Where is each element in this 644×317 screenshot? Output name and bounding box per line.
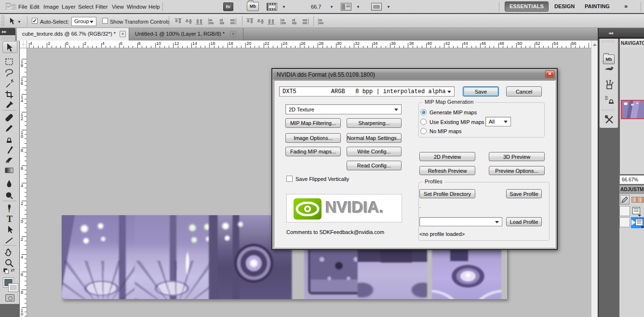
zoom-tool[interactable]	[4, 258, 16, 268]
type-tool[interactable]: T	[4, 214, 16, 224]
image-options-button[interactable]: Image Options...	[285, 133, 341, 143]
menu-select[interactable]: Select	[78, 4, 94, 10]
navigator-panel-header[interactable]: NAVIGATOR	[620, 39, 644, 48]
bridge-button[interactable]: Br	[223, 2, 233, 11]
menu-window[interactable]: Window	[127, 4, 147, 10]
spot-healing-brush-tool[interactable]	[4, 112, 16, 123]
zoom-level[interactable]: 66.7	[311, 4, 321, 10]
align-top-edges-icon[interactable]	[174, 18, 182, 25]
profile-dropdown[interactable]	[419, 217, 502, 226]
menu-layer[interactable]: Layer	[62, 4, 76, 10]
quick-mask-button[interactable]	[5, 294, 14, 302]
mini-bridge-button[interactable]: Mb	[247, 2, 259, 11]
dock-collapse-button[interactable]: ◀◀	[599, 28, 644, 39]
adjustments-box-1[interactable]	[619, 206, 630, 216]
tools-panel-collapse[interactable]: ▶▶	[0, 28, 15, 35]
ruler-origin-corner[interactable]	[20, 41, 27, 48]
mip-all-dropdown[interactable]: All	[485, 117, 511, 126]
workspace-essentials[interactable]: ESSENTIALS	[505, 1, 549, 12]
eyedropper-tool[interactable]	[4, 100, 16, 110]
auto-select-checkbox[interactable]: ✓	[32, 18, 38, 24]
path-selection-tool[interactable]	[4, 224, 16, 234]
view-extras-icon[interactable]	[267, 3, 277, 11]
radio-no-mip[interactable]	[420, 128, 427, 134]
auto-select-dropdown[interactable]: Group	[71, 17, 96, 26]
preferences-wrench-icon[interactable]	[604, 114, 615, 127]
brush-presets-icon[interactable]	[604, 65, 615, 77]
tab-cube-texture[interactable]: cube_texture.dds @ 66.7% (RGB/32*) *✕	[17, 28, 129, 41]
radio-use-existing-mip[interactable]	[420, 119, 427, 125]
mip-map-filtering-button[interactable]: MIP Map Filtering...	[285, 118, 341, 128]
hand-tool[interactable]	[4, 247, 16, 257]
workspace-design[interactable]: DESIGN	[554, 3, 575, 9]
dialog-close-button[interactable]: ✕	[545, 70, 554, 78]
distribute-vertical-centers-icon[interactable]	[257, 18, 265, 25]
brush-tool[interactable]	[4, 123, 16, 133]
menu-image[interactable]: Image	[43, 4, 59, 10]
dialog-title-bar[interactable]: NVIDIA dds Format (v8.55.0109.1800)	[273, 69, 556, 80]
gradient-tool[interactable]	[4, 165, 16, 175]
navigator-zoom-field[interactable]: 66.67%	[619, 175, 644, 184]
radio-generate-mip[interactable]	[420, 109, 427, 115]
clone-stamp-tool[interactable]	[4, 134, 16, 144]
clone-source-icon[interactable]	[604, 95, 615, 106]
options-grip[interactable]	[1, 15, 4, 26]
pen-tool[interactable]	[4, 203, 16, 213]
menu-file[interactable]: File	[18, 4, 27, 10]
eraser-tool[interactable]	[4, 154, 16, 165]
layers-doc-icon-2[interactable]	[635, 219, 643, 226]
set-profile-directory-button[interactable]: Set Profile Directory	[419, 189, 475, 198]
lasso-tool[interactable]	[4, 68, 16, 78]
refresh-preview-button[interactable]: Refresh Preview	[419, 166, 475, 175]
tool-presets-icon[interactable]	[604, 80, 615, 92]
workspace-painting[interactable]: PAINTING	[585, 3, 610, 9]
default-colors-icon[interactable]	[3, 268, 8, 273]
adjustments-panel-header[interactable]: ADJUSTMENTS	[619, 185, 644, 194]
scroll-up-arrow[interactable]	[593, 43, 597, 46]
menu-view[interactable]: View	[112, 4, 124, 10]
texture-type-dropdown[interactable]: 2D Texture	[285, 104, 402, 114]
dodge-tool[interactable]	[4, 190, 16, 200]
vertical-ruler[interactable]: 1 81 61 41 21 08642024681 0	[20, 48, 27, 317]
save-button[interactable]: Save	[463, 86, 499, 96]
write-config-button[interactable]: Write Config...	[347, 147, 402, 156]
distribute-left-edges-icon[interactable]	[281, 18, 288, 25]
crop-tool[interactable]	[4, 89, 16, 99]
sharpening-button[interactable]: Sharpening...	[347, 118, 402, 128]
distribute-top-edges-icon[interactable]	[246, 18, 254, 25]
auto-align-layers-icon[interactable]	[318, 18, 326, 25]
tab1-close-icon[interactable]: ✕	[120, 31, 126, 37]
screen-mode-icon[interactable]	[371, 3, 382, 11]
load-profile-button[interactable]: Load Profile	[506, 217, 542, 226]
fading-mip-maps-button[interactable]: Fading MIP maps...	[285, 147, 341, 156]
align-right-edges-icon[interactable]	[229, 18, 237, 25]
menu-help[interactable]: Help	[148, 4, 160, 10]
preview-options-button[interactable]: Preview Options...	[489, 166, 545, 175]
magic-wand-tool[interactable]	[4, 79, 16, 89]
adjustments-box-2[interactable]	[619, 217, 630, 227]
vertical-scrollbar[interactable]	[591, 41, 598, 317]
tools-panel-grip[interactable]	[0, 35, 15, 41]
distribute-horizontal-centers-icon[interactable]	[291, 18, 299, 25]
arrange-documents-icon[interactable]	[341, 3, 351, 11]
background-color-swatch[interactable]	[9, 284, 18, 291]
show-transform-checkbox[interactable]	[102, 18, 108, 24]
align-vertical-centers-icon[interactable]	[185, 18, 193, 25]
menu-filter[interactable]: Filter	[95, 4, 108, 10]
align-left-edges-icon[interactable]	[208, 18, 216, 25]
format-dropdown[interactable]: DXT5 ARGB 8 bpp | interpolated alpha	[279, 86, 455, 96]
distribute-bottom-edges-icon[interactable]	[268, 18, 275, 25]
3d-preview-button[interactable]: 3D Preview	[489, 152, 545, 161]
rectangular-marquee-tool[interactable]	[4, 56, 16, 67]
save-flipped-checkbox[interactable]	[286, 176, 293, 182]
tab2-close-icon[interactable]: ✕	[230, 31, 236, 37]
2d-preview-button[interactable]: 2D Preview	[419, 152, 475, 161]
workspace-more[interactable]: »	[624, 2, 627, 10]
distribute-right-edges-icon[interactable]	[302, 18, 309, 25]
menu-edit[interactable]: Edit	[30, 4, 40, 10]
read-config-button[interactable]: Read Config...	[347, 161, 402, 170]
adjustments-brush-icon[interactable]	[620, 195, 630, 205]
history-brush-tool[interactable]	[4, 144, 16, 154]
horizontal-ruler[interactable]: 4202468101214161820222426283032343638404…	[27, 41, 591, 48]
save-profile-button[interactable]: Save Profile	[506, 189, 542, 198]
